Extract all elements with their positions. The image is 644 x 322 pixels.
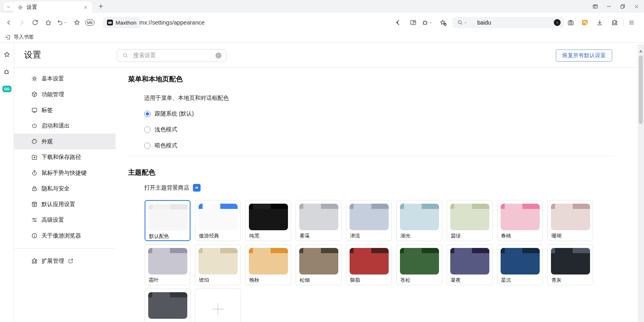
reload-button[interactable] <box>31 19 39 26</box>
theme-name: 春桃 <box>501 233 511 239</box>
menu-button[interactable] <box>628 19 635 26</box>
sidebar-item-label: 外观 <box>41 138 53 145</box>
back-button[interactable] <box>5 19 12 26</box>
rail-favorites-button[interactable] <box>3 51 11 58</box>
tab-close-icon[interactable] <box>83 5 88 10</box>
favorite-button[interactable] <box>73 19 81 26</box>
theme-card-11[interactable]: 晚秋 <box>245 244 291 285</box>
radio-button[interactable] <box>144 126 151 133</box>
ug-toolbar-button[interactable]: UG <box>85 20 94 26</box>
color-mode-option-0[interactable]: 跟随系统 (默认) <box>144 109 194 118</box>
power-icon <box>31 122 38 129</box>
theme-card-14[interactable]: 苍松 <box>396 244 442 285</box>
site-identity-chip[interactable]: Maxthon <box>103 17 140 28</box>
settings-search-clear-button[interactable] <box>215 53 222 59</box>
theme-store-link[interactable]: 打开主题背景商店 <box>144 184 201 192</box>
theme-card-15[interactable]: 凝夜 <box>447 244 493 285</box>
screenshot-button[interactable] <box>567 19 574 26</box>
close-button[interactable] <box>630 0 643 13</box>
sidebar-item-2[interactable]: 标签 <box>14 102 116 118</box>
reset-defaults-button[interactable]: 恢复所有默认设置 <box>556 50 612 62</box>
theme-name: 珊瑚 <box>551 233 561 239</box>
theme-card-3[interactable]: 雾霭 <box>296 200 342 241</box>
tab-list-button[interactable] <box>3 2 14 11</box>
sidebar-item-4[interactable]: 外观 <box>14 134 116 149</box>
add-favorite-button[interactable] <box>439 19 447 27</box>
theme-swatch <box>400 248 439 275</box>
sidebar-item-9[interactable]: 高级设置 <box>14 212 116 228</box>
undo-button[interactable] <box>56 19 67 26</box>
sidebar-item-7[interactable]: 隐私与安全 <box>14 181 116 196</box>
theme-card-add[interactable] <box>195 289 241 322</box>
home-button[interactable] <box>45 19 52 26</box>
scrollbar-up-arrow[interactable] <box>639 50 642 52</box>
app-icon <box>31 201 38 208</box>
read-aloud-button[interactable] <box>395 19 403 27</box>
settings-sidebar: 设置 基本设置功能管理标签启动和退出外观下载和保存路径鼠标手势与快捷键隐私与安全… <box>14 43 116 322</box>
vertical-scrollbar[interactable] <box>638 44 644 322</box>
open-store-icon[interactable] <box>193 184 201 192</box>
theme-name: 苍松 <box>400 277 410 284</box>
color-mode-option-1[interactable]: 浅色模式 <box>144 125 177 134</box>
sidebar-item-label: 扩展管理 <box>41 258 64 265</box>
downloads-button[interactable] <box>596 19 603 26</box>
search-clear-button[interactable] <box>554 19 561 26</box>
section-divider <box>128 156 615 156</box>
sidebar-item-5[interactable]: 下载和保存路径 <box>14 149 116 165</box>
import-bookmarks-button[interactable]: 导入书签 <box>5 32 34 42</box>
theme-card-13[interactable]: 胭脂 <box>346 244 392 285</box>
reading-mode-button[interactable] <box>410 19 417 26</box>
settings-search-input[interactable]: 搜索设置 <box>117 49 226 62</box>
theme-card-17[interactable]: 青灰 <box>547 244 593 285</box>
maxnote-button[interactable] <box>582 19 589 27</box>
theme-card-0[interactable]: 默认配色 <box>145 200 191 241</box>
rail-ug-button[interactable]: UG <box>2 85 11 92</box>
theme-swatch <box>148 248 187 275</box>
theme-card-7[interactable]: 春桃 <box>497 200 543 241</box>
theme-swatch <box>551 248 590 275</box>
restore-button[interactable] <box>616 0 630 13</box>
home-icon <box>45 19 52 26</box>
sidebar-item-8[interactable]: 默认应用设置 <box>14 196 116 212</box>
radio-label: 浅色模式 <box>155 126 177 133</box>
radio-button[interactable] <box>144 111 151 117</box>
sidebar-item-0[interactable]: 基本设置 <box>14 71 116 87</box>
theme-card-4[interactable]: 潜流 <box>346 200 392 241</box>
theme-card-8[interactable]: 珊瑚 <box>547 200 593 241</box>
layout-toggle-button[interactable] <box>588 0 602 13</box>
theme-card-1[interactable]: 傲游经典 <box>195 200 241 241</box>
sidebar-item-6[interactable]: 鼠标手势与快捷键 <box>14 165 116 181</box>
address-url[interactable]: mx://settings/appearance <box>139 19 205 26</box>
theme-card-12[interactable]: 松烟 <box>296 244 342 285</box>
theme-card-9[interactable]: 霜叶 <box>145 244 191 285</box>
bug-report-button[interactable] <box>422 19 433 27</box>
theme-card-5[interactable]: 湖光 <box>396 200 442 241</box>
bug-plus-icon <box>422 19 429 27</box>
palette-icon <box>31 138 38 145</box>
theme-grid: 默认配色傲游经典纯黑雾霭潜流湖光茵绿春桃珊瑚霜叶琥珀晚秋松烟胭脂苍松凝夜星沉青灰 <box>145 200 593 322</box>
sidebar-item-extensions[interactable]: 扩展管理 <box>14 253 116 269</box>
sidebar-item-3[interactable]: 启动和退出 <box>14 118 116 134</box>
theme-swatch <box>299 248 338 275</box>
theme-card-10[interactable]: 琥珀 <box>195 244 241 285</box>
minimize-button[interactable] <box>602 0 616 13</box>
theme-card-16[interactable]: 星沉 <box>497 244 543 285</box>
theme-card-18[interactable] <box>145 289 191 322</box>
forward-button[interactable] <box>18 19 25 26</box>
swatch-tab <box>152 248 170 253</box>
extensions-button[interactable] <box>611 19 618 26</box>
tab-settings[interactable]: 设置 <box>13 2 92 13</box>
theme-swatch <box>199 248 238 275</box>
rail-bug-button[interactable] <box>3 68 11 76</box>
scrollbar-thumb[interactable] <box>639 56 643 124</box>
swatch-tab <box>203 248 220 253</box>
radio-button[interactable] <box>144 142 151 149</box>
quick-search-box[interactable]: baidu <box>452 17 564 28</box>
theme-card-6[interactable]: 茵绿 <box>447 200 493 241</box>
theme-card-2[interactable]: 纯黑 <box>245 200 291 241</box>
sidebar-item-10[interactable]: 关于傲游浏览器 <box>14 228 116 244</box>
new-tab-button[interactable] <box>97 3 104 10</box>
sidebar-item-1[interactable]: 功能管理 <box>14 87 116 102</box>
sidebar-item-label: 基本设置 <box>41 75 64 83</box>
color-mode-option-2[interactable]: 暗色模式 <box>144 141 177 150</box>
